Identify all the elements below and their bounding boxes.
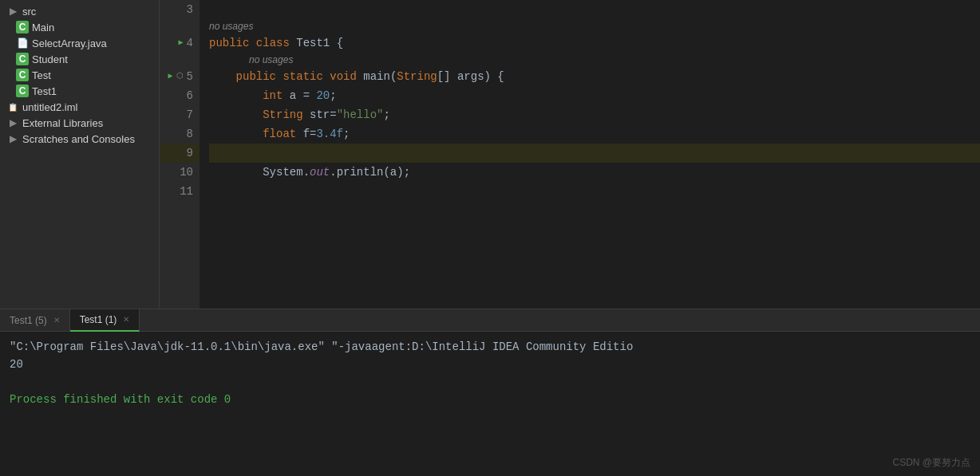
line-10: 10 (180, 163, 193, 182)
sidebar-item-iml[interactable]: 📋 untitled2.iml (0, 99, 159, 115)
bookmark-5[interactable]: ⬡ (176, 67, 184, 86)
sidebar-label-selectarray: SelectArray.java (32, 37, 107, 49)
code-line-5: public static void main( String [] args)… (209, 67, 980, 86)
iml-icon: 📋 (6, 100, 19, 113)
folder-icon: ▶ (6, 5, 19, 18)
sidebar-item-src[interactable]: ▶ src (0, 3, 159, 19)
main-container: ▶ src C Main 📄 SelectArray.java C Studen… (0, 0, 980, 309)
line-8: 8 (187, 124, 193, 144)
sidebar-item-main[interactable]: C Main (0, 19, 159, 35)
console-blank (10, 373, 970, 391)
sidebar-item-extlibs[interactable]: ▶ External Libraries (0, 115, 159, 131)
code-line-7: String str= "hello" ; (209, 105, 980, 124)
console-output-20: 20 (10, 356, 970, 373)
line-num-5: ▶ ⬡ 5 (160, 67, 200, 86)
sidebar-label-iml: untitled2.iml (22, 101, 77, 113)
sidebar-label-extlibs: External Libraries (22, 117, 103, 129)
run-button-5[interactable]: ▶ (168, 67, 173, 86)
code-line-8: float f= 3.4f ; (209, 124, 980, 144)
sidebar-label-test: Test (32, 69, 51, 81)
code-line-3 (209, 0, 980, 19)
line-num-11: 11 (160, 182, 200, 201)
tab-close-1[interactable]: ✕ (53, 316, 60, 325)
line-11: 11 (180, 182, 193, 201)
sidebar-item-student[interactable]: C Student (0, 51, 159, 67)
console-process-finished: Process finished with exit code 0 (10, 391, 970, 408)
code-line-4: public class Test1 { (209, 33, 980, 53)
line-numbers: 3 ▶ 4 ▶ ⬡ 5 6 (160, 0, 200, 309)
code-line-11 (209, 182, 980, 201)
sidebar-item-test1[interactable]: C Test1 (0, 83, 159, 99)
line-num-3: 3 (160, 0, 200, 19)
tab-test1-1[interactable]: Test1 (1) ✕ (70, 309, 140, 332)
sidebar-label-scratches: Scratches and Consoles (22, 133, 135, 145)
class-icon-test1: C (16, 85, 29, 97)
line-3: 3 (187, 0, 193, 19)
console-cmd-line: "C:\Program Files\Java\jdk-11.0.1\bin\ja… (10, 338, 970, 356)
sidebar-item-scratches[interactable]: ▶ Scratches and Consoles (0, 131, 159, 147)
sidebar-item-selectarray[interactable]: 📄 SelectArray.java (0, 35, 159, 51)
line-4: 4 (187, 33, 193, 53)
tab-label-test1-1: Test1 (1) (80, 314, 117, 325)
no-usages-before-5: no usages (209, 53, 980, 67)
sidebar-label-main: Main (32, 22, 54, 33)
run-button-4[interactable]: ▶ (179, 33, 184, 53)
line-num-7: 7 (160, 105, 200, 124)
line-9: 9 (187, 144, 193, 163)
line-num-10: 10 (160, 163, 200, 182)
extlibs-icon: ▶ (6, 116, 19, 129)
sidebar-label-src: src (22, 6, 36, 18)
bottom-tabs: Test1 (5) ✕ Test1 (1) ✕ (0, 309, 980, 332)
class-icon: C (16, 21, 29, 33)
line-num-8: 8 (160, 124, 200, 144)
tab-close-2[interactable]: ✕ (123, 315, 129, 324)
sidebar-label-test1: Test1 (32, 85, 57, 97)
tab-test1-5[interactable]: Test1 (5) ✕ (0, 309, 70, 332)
console-output: "C:\Program Files\Java\jdk-11.0.1\bin\ja… (0, 332, 980, 476)
sidebar: ▶ src C Main 📄 SelectArray.java C Studen… (0, 0, 160, 309)
code-line-6: int a = 20 ; (209, 86, 980, 105)
class-icon-student: C (16, 53, 29, 65)
class-icon-test: C (16, 69, 29, 81)
code-line-10: System. out .println(a); (209, 163, 980, 182)
watermark: CSDN @要努力点 (892, 456, 970, 470)
editor-area: 3 ▶ 4 ▶ ⬡ 5 6 (160, 0, 980, 309)
code-container: 3 ▶ 4 ▶ ⬡ 5 6 (160, 0, 980, 309)
line-6: 6 (187, 86, 193, 105)
no-usages-before-4: no usages (209, 19, 980, 33)
line-5: 5 (187, 67, 193, 86)
line-num-4: ▶ 4 (160, 33, 200, 53)
line-7: 7 (187, 105, 193, 124)
bottom-panel: Test1 (5) ✕ Test1 (1) ✕ "C:\Program File… (0, 309, 980, 476)
sidebar-label-student: Student (32, 53, 68, 65)
file-icon: 📄 (16, 37, 29, 49)
code-editor[interactable]: no usages public class Test1 { no usages (200, 0, 980, 309)
scratches-icon: ▶ (6, 132, 19, 145)
code-line-9 (209, 144, 980, 163)
line-num-6: 6 (160, 86, 200, 105)
sidebar-item-test[interactable]: C Test (0, 67, 159, 83)
tab-label-test1-5: Test1 (5) (10, 315, 47, 326)
line-num-9: 9 (160, 144, 200, 163)
